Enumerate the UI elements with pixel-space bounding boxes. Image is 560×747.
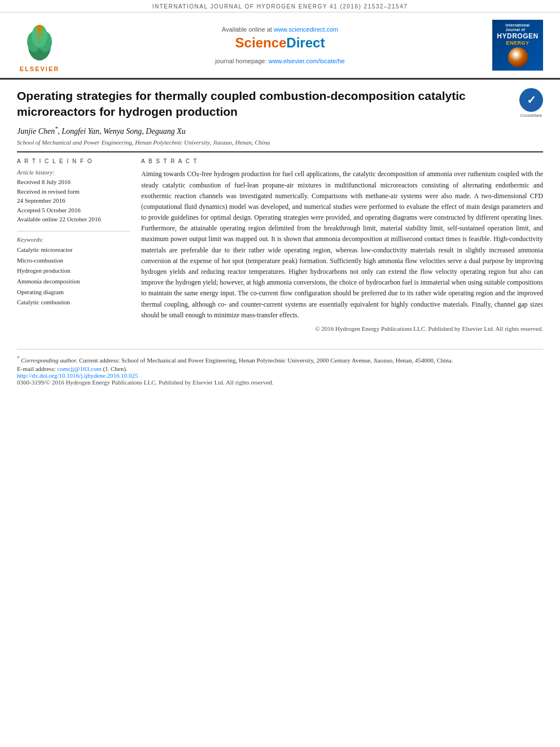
left-divider — [17, 231, 130, 231]
section-divider — [17, 151, 543, 152]
email-link[interactable]: comcjj@163.com — [57, 365, 101, 372]
hydrogen-energy-logo: InternationalJournal of HYDROGEN ENERGY — [487, 18, 549, 72]
title-row: Operating strategies for thermally coupl… — [17, 88, 543, 120]
header-center: Available online at www.sciencedirect.co… — [79, 18, 481, 72]
hydrogen-logo-intl: InternationalJournal of — [506, 23, 530, 33]
email-line: E-mail address: comcjj@163.com (J. Chen)… — [17, 365, 543, 372]
corresponding-label: Corresponding author. — [21, 357, 77, 364]
hydrogen-logo-sphere — [508, 47, 528, 67]
direct-text: Direct — [286, 35, 325, 50]
doi-link[interactable]: http://dx.doi.org/10.1016/j.ijhydene.201… — [17, 372, 138, 379]
authors-line: Junjie Chen*, Longfei Yan, Wenya Song, D… — [17, 126, 543, 137]
revised-date: 24 September 2016 — [17, 196, 130, 206]
keyword-item: Catalytic combustion — [17, 297, 130, 308]
header: ELSEVIER Available online at www.science… — [0, 12, 560, 80]
affiliation: School of Mechanical and Power Engineeri… — [17, 139, 543, 146]
keyword-item: Ammonia decomposition — [17, 276, 130, 287]
copyright-line: © 2016 Hydrogen Energy Publications LLC.… — [141, 325, 543, 332]
elsevier-logo: ELSEVIER — [6, 18, 73, 72]
hydrogen-logo-hydrogen: HYDROGEN — [497, 32, 538, 40]
keywords-section: Keywords: Catalytic microreactorMicro-co… — [17, 236, 130, 308]
article-info-heading: A R T I C L E I N F O — [17, 158, 130, 164]
abstract-heading: A B S T R A C T — [141, 158, 543, 164]
crossmark-badge[interactable]: ✓ CrossMark — [519, 88, 543, 118]
available-online-text: Available online at www.sciencedirect.co… — [222, 26, 338, 33]
sciencedirect-url[interactable]: www.sciencedirect.com — [274, 26, 338, 33]
svg-point-5 — [36, 25, 43, 32]
email-suffix: (J. Chen). — [103, 365, 128, 372]
journal-homepage-label: journal homepage: — [215, 58, 266, 64]
journal-bar-text: INTERNATIONAL JOURNAL OF HYDROGEN ENERGY… — [152, 3, 408, 10]
science-text: Science — [235, 35, 287, 50]
journal-homepage-url[interactable]: www.elsevier.com/locate/he — [269, 58, 345, 64]
abstract-col: A B S T R A C T Aiming towards CO₂-free … — [141, 158, 543, 332]
journal-homepage: journal homepage: www.elsevier.com/locat… — [215, 58, 344, 64]
journal-bar: INTERNATIONAL JOURNAL OF HYDROGEN ENERGY… — [0, 0, 560, 12]
history-label: Article history: — [17, 169, 130, 176]
hydrogen-logo-energy: ENERGY — [506, 40, 529, 46]
article-info-col: A R T I C L E I N F O Article history: R… — [17, 158, 130, 332]
footer-notes: * Corresponding author. Current address:… — [17, 349, 543, 386]
keyword-item: Catalytic microreactor — [17, 244, 130, 255]
corresponding-author: * Corresponding author. Current address:… — [17, 354, 543, 365]
sciencedirect-brand: ScienceDirect — [235, 35, 325, 51]
available-online-date: Available online 22 October 2016 — [17, 215, 130, 224]
keyword-item: Operating diagram — [17, 287, 130, 298]
doi-line: http://dx.doi.org/10.1016/j.ijhydene.201… — [17, 372, 543, 379]
authors-text: Junjie Chen*, Longfei Yan, Wenya Song, D… — [17, 127, 186, 136]
revised-label: Received in revised form — [17, 187, 130, 196]
hydrogen-logo-box: InternationalJournal of HYDROGEN ENERGY — [492, 20, 543, 71]
accepted-date: Accepted 5 October 2016 — [17, 206, 130, 215]
keyword-item: Hydrogen production — [17, 265, 130, 276]
corresponding-address: Current address: School of Mechanical an… — [79, 357, 453, 364]
two-col-layout: A R T I C L E I N F O Article history: R… — [17, 158, 543, 332]
article-history: Article history: Received 8 July 2016 Re… — [17, 169, 130, 224]
abstract-text: Aiming towards CO₂-free hydrogen product… — [141, 169, 543, 321]
email-label: E-mail address: — [17, 365, 56, 372]
keywords-label: Keywords: — [17, 236, 130, 243]
issn-line: 0360-3199/© 2016 Hydrogen Energy Publica… — [17, 379, 543, 386]
abstract-paragraph: Aiming towards CO₂-free hydrogen product… — [141, 169, 543, 321]
received-date: Received 8 July 2016 — [17, 177, 130, 187]
keyword-item: Micro-combustion — [17, 255, 130, 266]
elsevier-label: ELSEVIER — [20, 65, 59, 72]
keywords-list: Catalytic microreactorMicro-combustionHy… — [17, 244, 130, 308]
paper-title: Operating strategies for thermally coupl… — [17, 88, 480, 120]
crossmark-label: CrossMark — [520, 113, 542, 118]
crossmark-icon: ✓ — [519, 88, 543, 112]
main-content: Operating strategies for thermally coupl… — [0, 80, 560, 397]
corresponding-star: * — [17, 355, 20, 361]
